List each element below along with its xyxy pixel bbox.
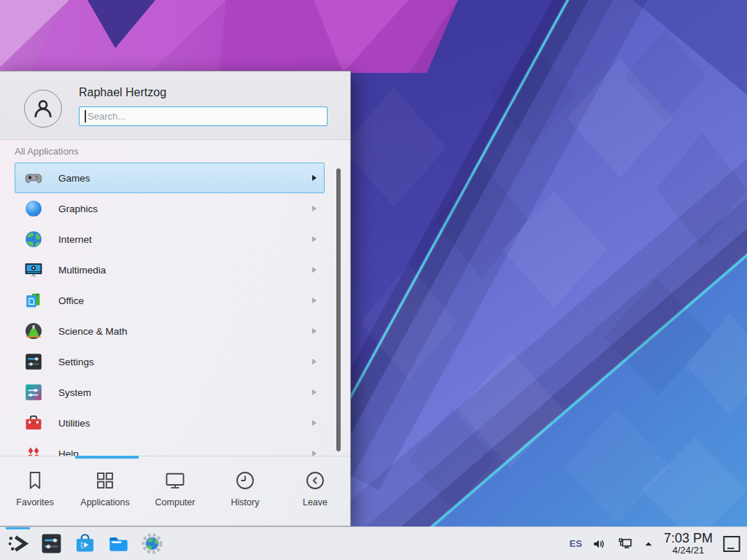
tab-leave[interactable]: Leave (280, 464, 350, 523)
header-separator (0, 139, 350, 140)
user-avatar[interactable] (24, 90, 62, 128)
tab-applications[interactable]: Applications (70, 464, 140, 523)
system-settings-icon[interactable] (39, 532, 63, 556)
active-tab-indicator (75, 456, 139, 459)
submenu-arrow-icon (312, 267, 317, 273)
submenu-arrow-icon (312, 298, 317, 303)
applications-grid-icon (94, 470, 116, 491)
user-icon (31, 96, 55, 121)
submenu-arrow-icon (312, 389, 317, 395)
category-row-multimedia[interactable]: Multimedia (15, 254, 325, 285)
category-row-utilities[interactable]: Utilities (15, 408, 325, 438)
category-label: Office (58, 295, 312, 306)
computer-icon (164, 470, 186, 491)
tab-computer[interactable]: Computer (140, 464, 210, 523)
tab-label: Favorites (16, 497, 53, 508)
globe-icon (24, 230, 43, 249)
tab-history[interactable]: History (210, 464, 280, 523)
clock[interactable]: 7:03 PM 4/24/21 (664, 532, 713, 556)
submenu-arrow-icon (312, 175, 317, 181)
clock-date: 4/24/21 (673, 545, 704, 556)
active-task-indicator (6, 527, 30, 529)
category-label: Help (58, 448, 312, 456)
taskbar: ES 7:03 PM 4/24/21 (0, 526, 747, 560)
category-row-graphics[interactable]: Graphics (15, 193, 325, 224)
submenu-arrow-icon (312, 236, 317, 242)
category-row-games[interactable]: Games (15, 163, 325, 193)
system-icon (24, 383, 43, 402)
scrollbar[interactable] (336, 168, 341, 451)
file-manager-icon[interactable] (107, 532, 131, 556)
tab-label: Computer (155, 497, 196, 508)
settings-icon (24, 352, 43, 371)
category-label: Games (58, 173, 312, 184)
user-name: Raphael Hertzog (79, 86, 166, 99)
help-icon (24, 444, 43, 456)
text-caret (85, 110, 86, 122)
launcher-header: Raphael Hertzog (0, 71, 350, 139)
clock-time: 7:03 PM (664, 532, 713, 545)
submenu-arrow-icon (312, 420, 317, 426)
category-label: Graphics (58, 203, 312, 214)
multimedia-icon (24, 260, 43, 279)
tab-label: Applications (80, 497, 129, 508)
category-label: Settings (58, 357, 312, 368)
search-input[interactable] (79, 106, 328, 126)
web-globe-icon[interactable] (140, 532, 164, 556)
category-row-internet[interactable]: Internet (15, 224, 325, 254)
taskbar-launchers (0, 527, 164, 560)
category-list: Games Graphics Internet Multimedia Offic… (15, 163, 325, 456)
show-desktop-icon (722, 534, 741, 553)
utilities-icon (24, 413, 43, 432)
category-label: Internet (58, 234, 312, 245)
tab-label: History (231, 497, 260, 508)
submenu-arrow-icon (312, 451, 317, 456)
network-icon[interactable] (617, 536, 633, 552)
science-icon (24, 322, 43, 341)
app-launcher-icon[interactable] (6, 532, 30, 556)
office-icon (24, 291, 43, 310)
tab-favorites[interactable]: Favorites (0, 464, 70, 523)
category-row-help[interactable]: Help (15, 438, 325, 456)
submenu-arrow-icon (312, 359, 317, 365)
history-clock-icon (234, 470, 256, 491)
system-tray: ES 7:03 PM 4/24/21 (570, 527, 747, 560)
discover-icon[interactable] (73, 532, 97, 556)
category-label: Utilities (58, 418, 312, 429)
sphere-icon (24, 199, 43, 218)
volume-icon[interactable] (592, 536, 608, 552)
category-row-system[interactable]: System (15, 377, 325, 408)
expand-tray-icon[interactable] (643, 538, 654, 550)
keyboard-layout-indicator[interactable]: ES (570, 538, 582, 549)
category-label: Science & Math (58, 326, 312, 337)
gamepad-icon (24, 168, 43, 187)
category-label: Multimedia (58, 265, 312, 276)
category-row-science-math[interactable]: Science & Math (15, 316, 325, 346)
application-launcher-menu: Raphael Hertzog All Applications Games G… (0, 71, 351, 526)
footer-separator (0, 456, 350, 456)
submenu-arrow-icon (312, 206, 317, 211)
search-field (79, 106, 328, 126)
desktop: Raphael Hertzog All Applications Games G… (0, 0, 747, 560)
submenu-arrow-icon (312, 328, 317, 334)
category-row-settings[interactable]: Settings (15, 346, 325, 377)
bookmark-icon (24, 470, 46, 491)
category-row-office[interactable]: Office (15, 285, 325, 316)
leave-icon (304, 470, 326, 491)
section-label: All Applications (15, 146, 78, 157)
category-label: System (58, 387, 312, 398)
show-desktop-button[interactable] (722, 534, 741, 553)
tab-label: Leave (303, 497, 328, 508)
launcher-tab-bar: Favorites Applications Computer History … (0, 464, 350, 523)
